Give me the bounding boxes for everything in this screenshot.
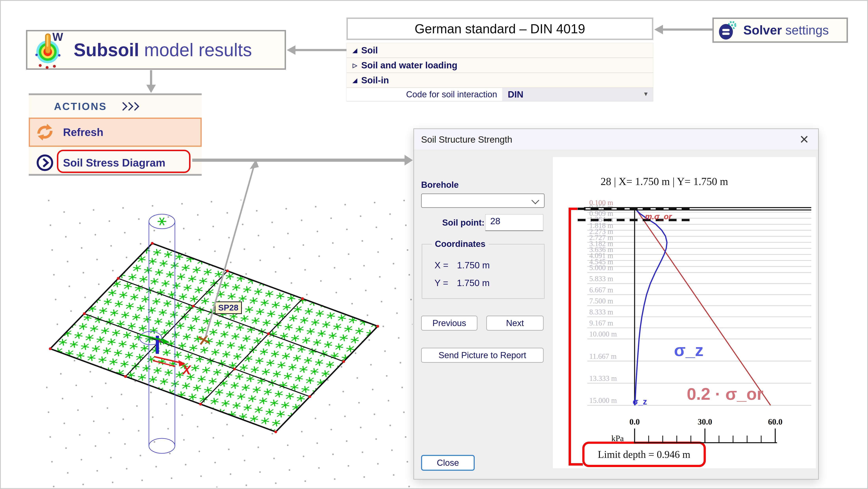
next-button[interactable]: Next bbox=[486, 316, 544, 331]
chevrons-right-icon[interactable] bbox=[122, 101, 140, 112]
dialog-title: Soil Structure Strength bbox=[421, 134, 512, 145]
series-curves bbox=[635, 209, 771, 405]
svg-text:60.0: 60.0 bbox=[768, 417, 782, 426]
expand-caret-icon[interactable]: ◢ bbox=[347, 47, 361, 54]
svg-text:5.833 m: 5.833 m bbox=[589, 275, 613, 283]
din-banner-title: German standard – DIN 4019 bbox=[414, 21, 585, 36]
limit-depth-text: Limit depth = 0.946 m bbox=[598, 449, 690, 460]
close-icon[interactable]: × bbox=[795, 130, 813, 148]
svg-text:0.0: 0.0 bbox=[629, 417, 640, 426]
solver-settings-box: Solver settings bbox=[712, 18, 848, 43]
chevron-down-icon[interactable]: ▼ bbox=[643, 91, 649, 97]
solver-title-rest: settings bbox=[782, 23, 829, 37]
svg-text:15.000 m: 15.000 m bbox=[589, 396, 617, 404]
coordinate-y-row: Y =1.750 m bbox=[434, 278, 490, 288]
soil-properties-panel: ◢ Soil ▷ Soil and water loading ◢ Soil-i… bbox=[346, 43, 653, 101]
svg-text:5.000 m: 5.000 m bbox=[589, 264, 613, 272]
coordinate-x-value: 1.750 m bbox=[457, 260, 490, 270]
tree-item-soil-and-water-loading[interactable]: ▷ Soil and water loading bbox=[347, 58, 653, 73]
kpa-axis: 0.030.060.0kPa bbox=[611, 417, 782, 443]
close-button[interactable]: Close bbox=[421, 455, 475, 471]
chart-title: 28 | X= 1.750 m | Y= 1.750 m bbox=[600, 176, 728, 187]
dropdown-value: DIN bbox=[508, 89, 523, 100]
refresh-icon bbox=[36, 123, 54, 141]
red-highlight-annotation bbox=[57, 150, 190, 173]
soil-stress-chart: 0.100 m0.455 m0.909 m1.364 m1.818 m2.273… bbox=[553, 157, 816, 468]
soil-point-input[interactable]: 28 bbox=[485, 214, 544, 231]
kpa-unit-label: kPa bbox=[611, 434, 624, 443]
property-label: Code for soil interaction bbox=[347, 88, 502, 101]
solver-settings-icon bbox=[718, 20, 738, 40]
action-refresh-label: Refresh bbox=[63, 126, 103, 139]
actions-panel: ACTIONS Refresh Soil Stress Diagram bbox=[29, 93, 202, 176]
svg-text:30.0: 30.0 bbox=[698, 417, 712, 426]
dialog-titlebar[interactable]: Soil Structure Strength bbox=[414, 129, 818, 150]
tree-item-label: Soil and water loading bbox=[361, 60, 457, 70]
svg-text:8.333 m: 8.333 m bbox=[589, 308, 613, 316]
collapse-caret-icon[interactable]: ▷ bbox=[347, 62, 361, 69]
svg-text:9.167 m: 9.167 m bbox=[589, 319, 613, 327]
coordinates-group: Coordinates X =1.750 m Y =1.750 m bbox=[422, 244, 545, 299]
sigma-or-series-label: 0.2 · σ_or bbox=[687, 385, 764, 403]
soil-structure-strength-dialog: Soil Structure Strength × Borehole Soil … bbox=[413, 128, 819, 480]
chevron-down-icon bbox=[531, 196, 539, 204]
tree-item-label: Soil bbox=[361, 45, 378, 56]
svg-text:13.333 m: 13.333 m bbox=[589, 374, 617, 383]
m-sigma-or-label: m.σ_or bbox=[645, 212, 672, 221]
din-standard-banner: German standard – DIN 4019 bbox=[346, 18, 653, 40]
actions-header-label: ACTIONS bbox=[54, 100, 107, 112]
subsoil-box-title: Subsoil model results bbox=[74, 40, 252, 60]
expand-caret-icon[interactable]: ◢ bbox=[347, 77, 361, 84]
coordinates-legend: Coordinates bbox=[432, 239, 489, 249]
circle-chevron-icon bbox=[35, 153, 54, 172]
svg-text:6.667 m: 6.667 m bbox=[589, 286, 613, 294]
svg-text:10.000 m: 10.000 m bbox=[589, 330, 617, 338]
screenshot-root: W Subsoil model results German standard … bbox=[0, 0, 868, 489]
coordinate-x-label: X = bbox=[434, 260, 448, 270]
send-picture-to-report-button[interactable]: Send Picture to Report bbox=[421, 348, 544, 363]
borehole-label: Borehole bbox=[421, 180, 459, 190]
sp28-label-text: SP28 bbox=[218, 303, 239, 312]
svg-text:W: W bbox=[52, 31, 63, 43]
property-row-code-for-soil-interaction: Code for soil interaction DIN ▼ bbox=[347, 88, 653, 101]
model-viewport[interactable]: X SP28 bbox=[46, 200, 412, 487]
ucs-x-axis-label: X bbox=[182, 363, 191, 377]
tree-item-label: Soil-in bbox=[361, 75, 389, 86]
tree-item-soil-in[interactable]: ◢ Soil-in bbox=[347, 73, 653, 88]
coordinate-x-row: X =1.750 m bbox=[434, 260, 490, 271]
borehole-select[interactable] bbox=[421, 193, 545, 208]
svg-text:11.667 m: 11.667 m bbox=[589, 352, 617, 360]
coordinate-y-value: 1.750 m bbox=[457, 278, 490, 288]
tree-item-soil[interactable]: ◢ Soil bbox=[347, 43, 653, 58]
previous-button[interactable]: Previous bbox=[421, 316, 477, 331]
actions-header: ACTIONS bbox=[29, 95, 202, 118]
subsoil-title-rest: model results bbox=[139, 40, 252, 60]
sigma-or-line bbox=[636, 209, 771, 405]
coordinate-y-label: Y = bbox=[434, 278, 448, 288]
subsoil-title-bold: Subsoil bbox=[74, 40, 139, 60]
sigma-z-axis-label: σ_z bbox=[632, 397, 647, 406]
sp28-label: SP28 bbox=[215, 302, 242, 314]
sigma-z-series-label: σ_z bbox=[674, 341, 704, 360]
svg-text:7.500 m: 7.500 m bbox=[589, 297, 613, 305]
sigma-z-curve bbox=[635, 209, 667, 405]
solver-box-title: Solver settings bbox=[743, 23, 829, 37]
subsoil-logo-icon: W bbox=[32, 31, 67, 69]
action-refresh[interactable]: Refresh bbox=[29, 118, 202, 147]
code-for-soil-interaction-dropdown[interactable]: DIN ▼ bbox=[502, 88, 653, 101]
solver-title-bold: Solver bbox=[743, 23, 782, 37]
stress-chart-panel: 0.100 m0.455 m0.909 m1.364 m1.818 m2.273… bbox=[553, 157, 816, 468]
soil-point-label: Soil point: bbox=[437, 218, 485, 227]
subsoil-results-box: W Subsoil model results bbox=[26, 30, 286, 70]
